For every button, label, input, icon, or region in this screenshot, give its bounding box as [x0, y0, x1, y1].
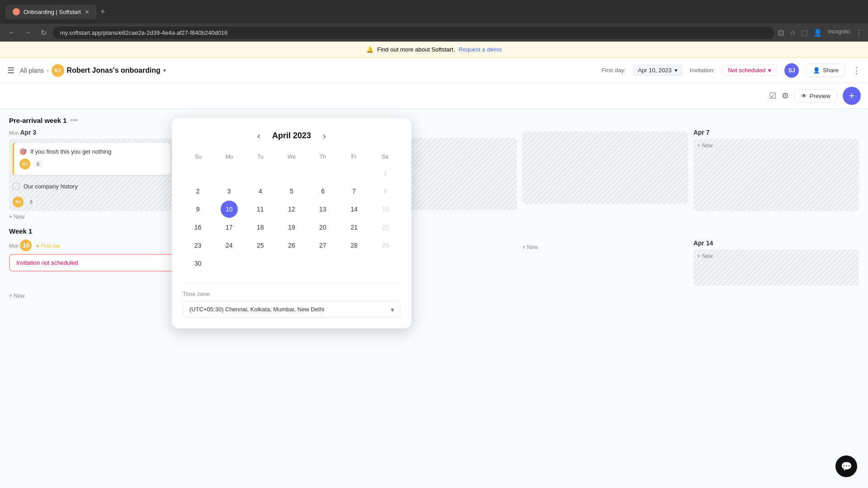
task-title: If you finsh this you get nothing [30, 148, 111, 155]
week1-label: Week 1 [9, 227, 32, 235]
reload-button[interactable]: ↻ [38, 27, 49, 39]
cal-grid: Su Mo Tu We Th Fr Sa 1 [183, 152, 401, 272]
cal-day-10[interactable]: 10 [221, 201, 238, 218]
cal-day-26[interactable]: 26 [283, 237, 300, 254]
plan-avatar: RJ [52, 64, 64, 77]
share-button[interactable]: 👤 Share [806, 64, 845, 77]
extension-icon[interactable]: ⬚ [801, 28, 808, 37]
cal-day-9[interactable]: 9 [189, 201, 207, 218]
banner-text: Find out more about Softstart. [377, 46, 455, 53]
cast-icon[interactable]: ⊡ [778, 28, 784, 37]
cal-day-7[interactable]: 7 [345, 183, 363, 200]
share-label: Share [823, 67, 839, 74]
cal-day-8[interactable]: 8 [377, 183, 394, 200]
cal-day-12[interactable]: 12 [283, 201, 300, 218]
cal-day-27[interactable]: 27 [314, 237, 331, 254]
incognito-label: Incognito [828, 28, 850, 37]
cal-day-22[interactable]: 22 [377, 219, 394, 236]
cal-day-14[interactable]: 14 [345, 201, 363, 218]
cal-day-13[interactable]: 13 [314, 201, 331, 218]
task-count2: 6 [26, 198, 36, 206]
preview-button[interactable]: 👁 Preview [794, 89, 837, 103]
day-num: Apr 3 [20, 129, 36, 136]
day-name: Mon [9, 130, 20, 136]
add-new-thu-apr13[interactable]: + New [522, 242, 688, 252]
cal-day-17[interactable]: 17 [221, 219, 238, 236]
cal-day-3[interactable]: 3 [221, 183, 238, 200]
add-new-fri-apr7[interactable]: + New [693, 139, 859, 152]
day-col-content-thu-apr13: + New [522, 242, 688, 278]
cal-day-19[interactable]: 19 [283, 219, 300, 236]
back-button[interactable]: ← [5, 27, 18, 38]
day-col-content-mon-apr3: 🎯 If you finsh this you get nothing RJ 6… [9, 139, 175, 211]
add-new-mon-apr3[interactable]: + New [9, 214, 175, 220]
cal-day-empty [221, 164, 238, 182]
pre-arrival-label: Pre-arrival week 1 [9, 117, 67, 124]
week1-section: Week 1 Mon 10 ★ First day Invitation not… [9, 227, 859, 299]
forward-button[interactable]: → [22, 27, 34, 38]
pre-arrival-header: Pre-arrival week 1 ••• [9, 116, 859, 124]
settings-icon[interactable]: ⚙ [782, 91, 789, 101]
header-more-icon[interactable]: ⋮ [853, 66, 861, 75]
add-new-label: + New [9, 293, 24, 299]
first-day-picker[interactable]: Apr 10, 2023 ▾ [633, 65, 682, 76]
cal-day-23[interactable]: 23 [189, 237, 207, 254]
more-nav-icon[interactable]: ⋮ [855, 28, 863, 37]
day-col-striped-apr14: + New [693, 249, 859, 286]
add-new-label: + New [9, 214, 24, 220]
pre-arrival-dots[interactable]: ••• [71, 116, 78, 124]
task-title-row: 🎯 If you finsh this you get nothing [19, 148, 165, 155]
cal-day-28[interactable]: 28 [345, 237, 363, 254]
cal-day-1[interactable]: 1 [377, 164, 394, 182]
invitation-not-scheduled-card[interactable]: Invitation not scheduled [9, 254, 175, 272]
cal-next-button[interactable]: › [318, 129, 330, 143]
cal-prev-button[interactable]: ‹ [253, 129, 265, 143]
cal-day-16[interactable]: 16 [189, 219, 207, 236]
cal-day-20[interactable]: 20 [314, 219, 331, 236]
breadcrumb-all-plans[interactable]: All plans [20, 67, 44, 74]
bookmark-icon[interactable]: ☆ [789, 28, 796, 37]
cal-day-18[interactable]: 18 [252, 219, 269, 236]
day-header-mon-apr3: Mon Apr 3 [9, 129, 175, 136]
add-new-apr14[interactable]: + New [693, 249, 859, 263]
app-header: ☰ All plans › RJ Robert Jonas's onboardi… [0, 58, 868, 83]
cal-day-24[interactable]: 24 [221, 237, 238, 254]
user-badge[interactable]: SJ [784, 63, 799, 78]
cal-day-6[interactable]: 6 [314, 183, 331, 200]
checkbox[interactable] [13, 183, 20, 190]
cal-day-21[interactable]: 21 [345, 219, 363, 236]
cal-day-2[interactable]: 2 [189, 183, 207, 200]
cal-day-empty [252, 164, 269, 182]
cal-day-11[interactable]: 11 [252, 201, 269, 218]
cal-day-5[interactable]: 5 [283, 183, 300, 200]
menu-icon[interactable]: ☰ [7, 66, 14, 75]
cal-day-25[interactable]: 25 [252, 237, 269, 254]
banner-emoji: 🔔 [366, 46, 373, 53]
cal-day-4[interactable]: 4 [252, 183, 269, 200]
chat-button[interactable]: 💬 [835, 455, 857, 477]
profile-icon[interactable]: 👤 [813, 28, 822, 37]
cal-day-15[interactable]: 15 [377, 201, 394, 218]
add-button[interactable]: + [843, 87, 861, 105]
add-new-mon-apr10[interactable]: + New [9, 293, 175, 299]
pre-arrival-grid: Mon Apr 3 🎯 If you finsh this you get no… [9, 129, 859, 220]
tab-favicon [13, 8, 20, 15]
new-tab-icon[interactable]: + [100, 7, 105, 17]
cal-day-29[interactable]: 29 [377, 237, 394, 254]
chat-icon: 💬 [841, 461, 852, 472]
browser-chrome: Onboarding | Softstart ✕ + [0, 0, 868, 23]
invitation-picker[interactable]: Not scheduled ▾ [722, 65, 777, 76]
timezone-select[interactable]: (UTC+05:30) Chennai, Kolkata, Mumbai, Ne… [183, 301, 401, 318]
task-card-target[interactable]: 🎯 If you finsh this you get nothing RJ 6 [13, 142, 171, 175]
cal-day-30[interactable]: 30 [189, 255, 207, 272]
checkbox-task-company-history[interactable]: Our company history [13, 179, 171, 194]
plan-dropdown-icon[interactable]: ▾ [163, 67, 166, 74]
browser-tab[interactable]: Onboarding | Softstart ✕ [5, 5, 97, 19]
banner-link[interactable]: Request a demo [458, 46, 501, 53]
checkbox-icon[interactable]: ☑ [769, 91, 776, 101]
address-bar[interactable] [53, 27, 774, 39]
tab-close-icon[interactable]: ✕ [85, 9, 90, 15]
weekday-sa: Sa [369, 152, 401, 162]
preview-icon: 👁 [801, 93, 807, 99]
day-col-striped-fri: + New [693, 139, 859, 211]
